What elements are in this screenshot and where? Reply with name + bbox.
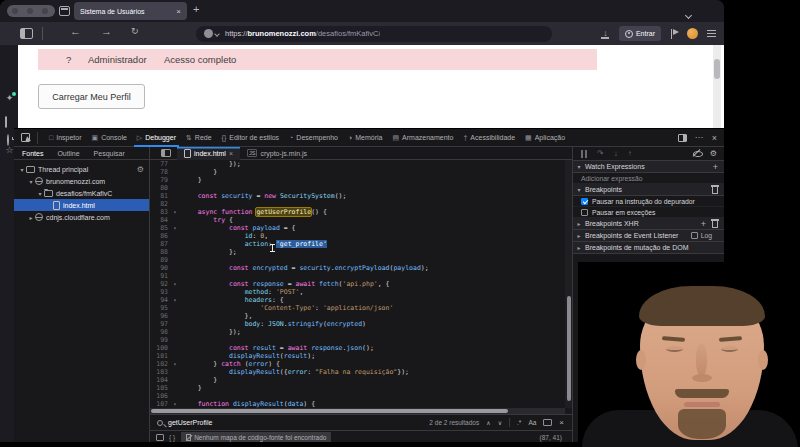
- tree-item-cdnjs-cloudflare-com[interactable]: ▸cdnjs.cloudflare.com: [14, 211, 149, 223]
- expander-icon[interactable]: ▸: [573, 232, 585, 239]
- window-controls-pill[interactable]: [7, 5, 55, 17]
- editor-tab-cryptojs[interactable]: JS crypto-js.min.js: [240, 147, 314, 160]
- login-button[interactable]: Entrar: [619, 26, 661, 41]
- add-icon[interactable]: +: [713, 163, 718, 171]
- pick-element-icon[interactable]: [21, 133, 30, 142]
- tab-list-chevron-icon[interactable]: [686, 4, 691, 22]
- debugger-settings-icon[interactable]: ⚙: [710, 149, 717, 158]
- search-next-icon[interactable]: ∨: [498, 419, 502, 426]
- tab-close-icon[interactable]: ×: [176, 7, 181, 16]
- line-number[interactable]: 85: [150, 224, 168, 232]
- tab-outline[interactable]: Outline: [57, 150, 79, 157]
- checkbox[interactable]: [581, 198, 588, 205]
- fold-icon[interactable]: ▾: [168, 208, 182, 216]
- expander-icon[interactable]: ▸: [573, 244, 585, 251]
- disable-breakpoints-icon[interactable]: [693, 149, 702, 158]
- line-number[interactable]: 101: [150, 352, 168, 360]
- devtools-tab-acessibilidade[interactable]: †Acessibilidade: [458, 129, 520, 147]
- devtools-tab-inspetor[interactable]: □Inspetor: [44, 129, 87, 147]
- search-prev-icon[interactable]: ∧: [486, 419, 490, 426]
- downloads-icon[interactable]: ↓: [601, 29, 610, 39]
- line-number[interactable]: 79: [150, 176, 168, 184]
- fold-icon[interactable]: ▾: [168, 360, 182, 368]
- blackbox-icon[interactable]: [156, 434, 164, 441]
- line-number[interactable]: 102: [150, 360, 168, 368]
- trash-icon[interactable]: [712, 221, 718, 228]
- line-number[interactable]: 106: [150, 392, 168, 400]
- close-tab-icon[interactable]: ×: [229, 150, 233, 157]
- checkbox[interactable]: [581, 209, 588, 216]
- menu-icon[interactable]: [707, 30, 716, 31]
- line-number[interactable]: 78: [150, 168, 168, 176]
- devtools-tab-debugger[interactable]: ▷Debugger: [132, 129, 181, 147]
- tab-pesquisar[interactable]: Pesquisar: [94, 150, 125, 157]
- tree-item-desafios-fmkafivc[interactable]: ▾desafios/fmKafivC: [14, 187, 149, 199]
- line-number[interactable]: 81: [150, 192, 168, 200]
- code-area[interactable]: 77 });78 }79 }8081 const security = new …: [150, 160, 565, 408]
- flag-icon[interactable]: [670, 29, 678, 39]
- expander-icon[interactable]: ▾: [18, 166, 26, 173]
- scrollbar-thumb[interactable]: [151, 409, 508, 413]
- search-close-icon[interactable]: ×: [559, 418, 564, 427]
- page-scrollbar-thumb[interactable]: [714, 59, 720, 79]
- section-header-breakpoints-de-event-listener[interactable]: ▸Breakpoints de Event ListenerLog: [573, 230, 724, 242]
- section-header-watch-expressions[interactable]: ▾Watch Expressions+: [573, 161, 724, 173]
- line-number[interactable]: 105: [150, 384, 168, 392]
- fold-icon[interactable]: ▾: [168, 280, 182, 288]
- devtools-tab-memória[interactable]: ◑Memória: [343, 129, 387, 147]
- line-number[interactable]: 80: [150, 184, 168, 192]
- back-button[interactable]: ←: [70, 25, 81, 37]
- line-number[interactable]: 84: [150, 216, 168, 224]
- line-number[interactable]: 99: [150, 336, 168, 344]
- url-bar[interactable]: https://brunomenozzi.com/desafios/fmKafi…: [196, 26, 552, 42]
- expander-icon[interactable]: ▸: [27, 214, 35, 221]
- line-number[interactable]: 103: [150, 368, 168, 376]
- expander-icon[interactable]: ▾: [573, 163, 585, 170]
- pocket-icon[interactable]: [5, 116, 7, 128]
- line-number[interactable]: 98: [150, 328, 168, 336]
- fold-icon[interactable]: ▾: [168, 400, 182, 408]
- line-number[interactable]: 96: [150, 312, 168, 320]
- line-number[interactable]: 100: [150, 344, 168, 352]
- expander-icon[interactable]: ▸: [573, 220, 585, 227]
- line-number[interactable]: 94: [150, 296, 168, 304]
- add-icon[interactable]: +: [701, 220, 706, 228]
- line-number[interactable]: 93: [150, 288, 168, 296]
- ai-chat-icon[interactable]: ✦: [4, 93, 15, 103]
- editor-tab-index[interactable]: index.html ×: [177, 147, 240, 160]
- line-number[interactable]: 95: [150, 304, 168, 312]
- expander-icon[interactable]: ▾: [27, 178, 35, 185]
- step-over-icon[interactable]: ↷: [597, 150, 604, 158]
- line-number[interactable]: 86: [150, 232, 168, 240]
- fold-icon[interactable]: ▾: [168, 296, 182, 304]
- line-number[interactable]: 92: [150, 280, 168, 288]
- line-number[interactable]: 91: [150, 272, 168, 280]
- step-in-icon[interactable]: ↓: [614, 150, 618, 158]
- whole-word-toggle-icon[interactable]: [543, 419, 552, 426]
- case-toggle[interactable]: Aa: [528, 419, 536, 426]
- search-query[interactable]: getUserProfile: [168, 419, 212, 426]
- devtools-tab-armazenamento[interactable]: ▤Armazenamento: [387, 129, 458, 147]
- site-identity-icon[interactable]: [204, 29, 213, 38]
- firefox-view-icon[interactable]: [59, 6, 70, 16]
- line-number[interactable]: 77: [150, 160, 168, 168]
- tab-fontes[interactable]: Fontes: [22, 150, 43, 157]
- expander-icon[interactable]: ▾: [573, 186, 585, 193]
- breakpoint-option[interactable]: Pausar em exceções: [573, 207, 724, 218]
- line-number[interactable]: 90: [150, 264, 168, 272]
- section-header-breakpoints-de-muta-o-de-dom[interactable]: ▸Breakpoints de mutação de DOM: [573, 242, 724, 254]
- pause-icon[interactable]: [581, 150, 587, 158]
- dock-icon[interactable]: [678, 134, 687, 142]
- new-tab-button[interactable]: +: [193, 3, 199, 15]
- pretty-print-icon[interactable]: { }: [169, 434, 175, 441]
- line-number[interactable]: 107: [150, 400, 168, 408]
- scrollbar-thumb[interactable]: [567, 296, 571, 400]
- watch-expression-input[interactable]: Adicionar expressão: [573, 173, 724, 184]
- devtools-close-icon[interactable]: ×: [712, 133, 717, 143]
- thread-settings-icon[interactable]: ⚙: [137, 165, 144, 174]
- forward-button[interactable]: →: [101, 25, 112, 37]
- devtools-tab-editor-de-estilos[interactable]: {}Editor de estilos: [217, 129, 285, 147]
- line-number[interactable]: 87: [150, 240, 168, 248]
- devtools-menu-icon[interactable]: ⋯: [695, 133, 704, 142]
- trash-icon[interactable]: [712, 187, 718, 194]
